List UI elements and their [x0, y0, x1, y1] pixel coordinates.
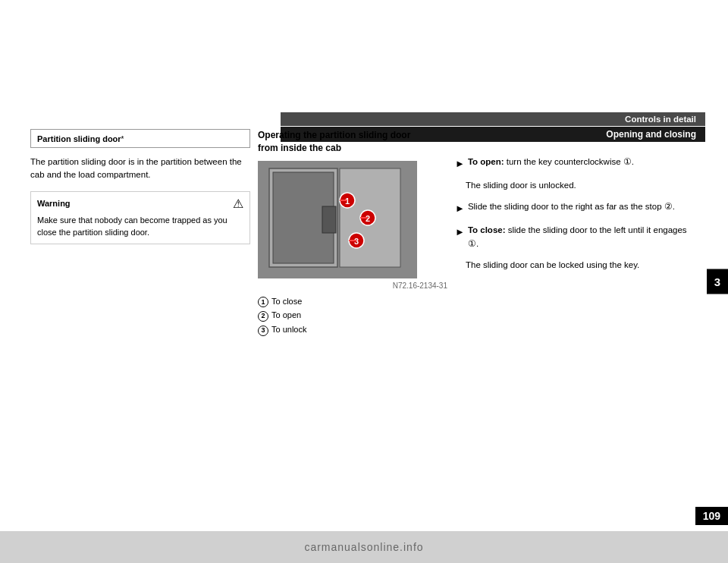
warning-text: Make sure that nobody can become trapped… [37, 214, 243, 239]
legend-circle-3: 3 [258, 326, 268, 336]
page-number: 109 [703, 510, 720, 522]
legend-text-3: To unlock [271, 322, 306, 337]
partition-door-asterisk: * [121, 135, 124, 143]
watermark-text: carmanualsonline.info [304, 541, 423, 553]
arrow-icon-2: ► [455, 201, 465, 216]
partition-door-title: Partition sliding door [37, 134, 121, 143]
controls-in-detail-bar: Controls in detail [281, 112, 705, 126]
svg-rect-3 [322, 206, 336, 233]
warning-header: Warning ⚠ [37, 197, 243, 211]
arrow-icon-3: ► [455, 225, 465, 240]
instruction-slide: ► Slide the sliding door to the right as… [455, 200, 690, 216]
chapter-number: 3 [714, 275, 720, 288]
locked-subtext: The sliding door can be locked using the… [455, 259, 690, 272]
warning-triangle-icon: ⚠ [233, 197, 243, 211]
left-content: Partition sliding door* The partition sl… [30, 129, 250, 244]
opening-closing-label: Opening and closing [606, 129, 696, 140]
door-illustration: 1 2 3 [258, 161, 417, 278]
partition-door-box: Partition sliding door* [30, 129, 250, 148]
instruction-close: ► To close: slide the sliding door to th… [455, 224, 690, 251]
warning-label: Warning [37, 199, 71, 208]
partition-door-description: The partition sliding door is in the par… [30, 156, 250, 182]
middle-content: Operating the partition sliding door fro… [258, 129, 447, 337]
legend-item-1: 1 To close [258, 294, 447, 309]
instruction-open: ► To open: turn the key counterclockwise… [455, 156, 690, 171]
page-number-box: 109 [695, 507, 728, 525]
legend-item-2: 2 To open [258, 308, 447, 322]
instruction-slide-text: Slide the sliding door to the right as f… [468, 200, 690, 214]
legend-text-1: To close [271, 294, 302, 309]
instruction-close-text: To close: slide the sliding door to the … [468, 224, 690, 251]
legend-circle-1: 1 [258, 297, 268, 307]
legend-item-3: 3 To unlock [258, 322, 447, 337]
unlocked-subtext: The sliding door is unlocked. [455, 179, 690, 193]
instruction-open-text: To open: turn the key counterclockwise ①… [468, 156, 690, 169]
controls-in-detail-label: Controls in detail [625, 115, 696, 124]
operating-title: Operating the partition sliding door fro… [258, 129, 447, 155]
warning-box: Warning ⚠ Make sure that nobody can beco… [30, 191, 250, 244]
legend-list: 1 To close 2 To open 3 To unlock [258, 294, 447, 337]
to-close-bold: To close: [468, 225, 506, 234]
image-caption: N72.16-2134-31 [258, 282, 447, 290]
right-content: ► To open: turn the key counterclockwise… [455, 156, 690, 280]
watermark-bar: carmanualsonline.info [0, 531, 728, 563]
to-open-bold: To open: [468, 157, 504, 166]
chapter-tab: 3 [707, 269, 728, 294]
operating-title-line2: from inside the cab [258, 143, 341, 153]
legend-circle-2: 2 [258, 311, 268, 322]
legend-text-2: To open [271, 308, 301, 322]
operating-title-line1: Operating the partition sliding door [258, 130, 410, 140]
arrow-icon-1: ► [455, 156, 465, 171]
page-container: Controls in detail Opening and closing P… [0, 0, 728, 563]
